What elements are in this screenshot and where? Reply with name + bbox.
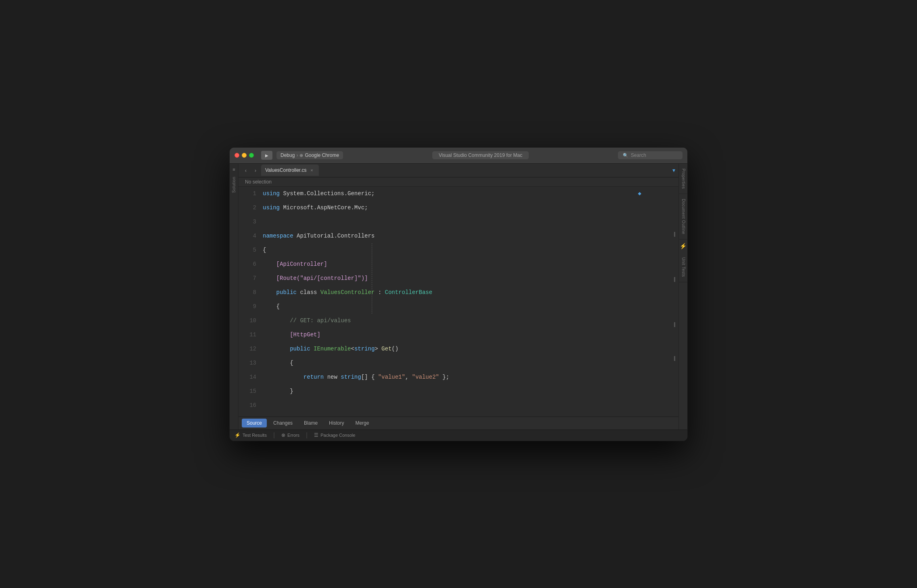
debug-target-icon: ⊕ [299,153,303,158]
test-results-label: Test Results [243,433,267,438]
titlebar: Debug › ⊕ Google Chrome Visual Studio Co… [230,148,687,164]
left-sidebar: ≡ Solution [230,164,239,430]
line-numbers: 1 2 3 4 5 6 7 8 9 10 11 12 13 14 [239,187,263,413]
sidebar-solution-label: Solution [232,177,236,193]
line-num-16: 16 [242,398,256,413]
app-name: Visual Studio Community 2019 for Mac [432,151,529,159]
line-num-11: 11 [242,328,256,342]
right-panel-document-outline[interactable]: Document Outline [679,194,687,240]
code-line-16 [263,398,646,413]
debug-target-label: Google Chrome [305,152,339,158]
search-icon: 🔍 [623,153,628,158]
tab-blame[interactable]: Blame [299,419,322,427]
no-selection-bar: No selection [239,177,678,187]
code-line-1: using System.Collections.Generic; ◆ [263,187,646,201]
errors-item[interactable]: ⊗ Errors [281,432,299,438]
line-num-6: 6 [242,257,256,271]
line-num-13: 13 [242,356,256,370]
bottom-tabs: Source Changes Blame History Merge [239,417,678,430]
sidebar-menu-icon[interactable]: ≡ [230,165,238,173]
diamond-icon: ◆ [638,187,641,201]
package-console-icon: ☰ [314,432,318,438]
errors-icon: ⊗ [281,432,285,438]
code-line-8: public class ValuesController : Controll… [263,286,646,300]
test-results-item[interactable]: ⚡ Test Results [234,432,267,438]
code-line-14: return new string[] { "value1", "value2"… [263,370,646,384]
line-num-10: 10 [242,314,256,328]
scroll-mark-2 [674,277,675,282]
search-placeholder: Search [631,152,646,158]
tab-history[interactable]: History [324,419,349,427]
scroll-mark-3 [674,322,675,327]
tab-source[interactable]: Source [242,419,267,427]
status-separator-2: | [306,432,308,439]
line-num-9: 9 [242,300,256,314]
code-line-10: // GET: api/values [263,314,646,328]
line-num-14: 14 [242,370,256,384]
debug-info[interactable]: Debug › ⊕ Google Chrome [276,151,343,159]
play-button[interactable] [261,151,272,160]
code-line-7: [Route("api/[controller]")] [263,271,646,286]
tab-dropdown-button[interactable]: ▾ [672,167,675,173]
tab-close-button[interactable]: × [309,167,315,173]
editor-container: ‹ › ValuesController.cs × ▾ No selection… [239,164,678,430]
close-button[interactable] [234,153,239,158]
right-panel-properties[interactable]: Properties [679,164,687,194]
scrollbar-area [670,187,678,413]
main-window: Debug › ⊕ Google Chrome Visual Studio Co… [229,147,688,441]
test-results-icon: ⚡ [234,432,241,438]
maximize-button[interactable] [249,153,254,158]
tab-bar: ‹ › ValuesController.cs × ▾ [239,164,678,177]
code-line-6: [ApiController] [263,257,646,271]
debug-label: Debug [281,152,295,158]
code-line-15: } [263,384,646,398]
errors-label: Errors [287,433,299,438]
code-line-4: namespace ApiTutorial.Controllers [263,229,646,243]
line-num-3: 3 [242,215,256,229]
main-area: ≡ Solution ‹ › ValuesController.cs × ▾ N… [230,164,687,430]
minimize-button[interactable] [242,153,247,158]
scroll-mark-4 [674,356,675,361]
line-num-12: 12 [242,342,256,356]
code-line-3 [263,215,646,229]
traffic-lights [234,153,254,158]
debug-separator: › [296,152,298,158]
line-num-4: 4 [242,229,256,243]
code-line-12: public IEnumerable<string> Get() [263,342,646,356]
no-selection-text: No selection [245,179,272,185]
tab-filename: ValuesController.cs [265,167,307,173]
status-bar: ⚡ Test Results | ⊗ Errors | ☰ Package Co… [230,430,687,441]
titlebar-center: Visual Studio Community 2019 for Mac [347,151,614,159]
line-num-8: 8 [242,286,256,300]
code-line-5: { [263,243,646,257]
code-lines: using System.Collections.Generic; ◆ usin… [263,187,670,413]
scroll-mark-1 [674,232,675,237]
right-panel-bolt-icon[interactable]: ⚡ [678,240,687,252]
tab-forward-button[interactable]: › [251,166,260,174]
line-num-7: 7 [242,271,256,286]
search-bar[interactable]: 🔍 Search [618,151,683,159]
line-num-2: 2 [242,201,256,215]
tab-changes[interactable]: Changes [268,419,297,427]
code-content: 1 2 3 4 5 6 7 8 9 10 11 12 13 14 [239,187,678,413]
line-num-15: 15 [242,384,256,398]
tab-merge[interactable]: Merge [350,419,374,427]
tab-back-button[interactable]: ‹ [242,166,250,174]
right-panel-unit-tests[interactable]: Unit Tests [679,252,687,282]
package-console-label: Package Console [320,433,355,438]
package-console-item[interactable]: ☰ Package Console [314,432,355,438]
code-line-9: { [263,300,646,314]
active-tab[interactable]: ValuesController.cs × [261,165,319,176]
code-editor[interactable]: 1 2 3 4 5 6 7 8 9 10 11 12 13 14 [239,187,678,417]
code-line-2: using Microsoft.AspNetCore.Mvc; [263,201,646,215]
status-separator-1: | [273,432,275,439]
line-num-1: 1 [242,187,256,201]
right-panel: Properties Document Outline ⚡ Unit Tests [678,164,687,430]
code-line-11: [HttpGet] [263,328,646,342]
code-line-13: { [263,356,646,370]
line-num-5: 5 [242,243,256,257]
